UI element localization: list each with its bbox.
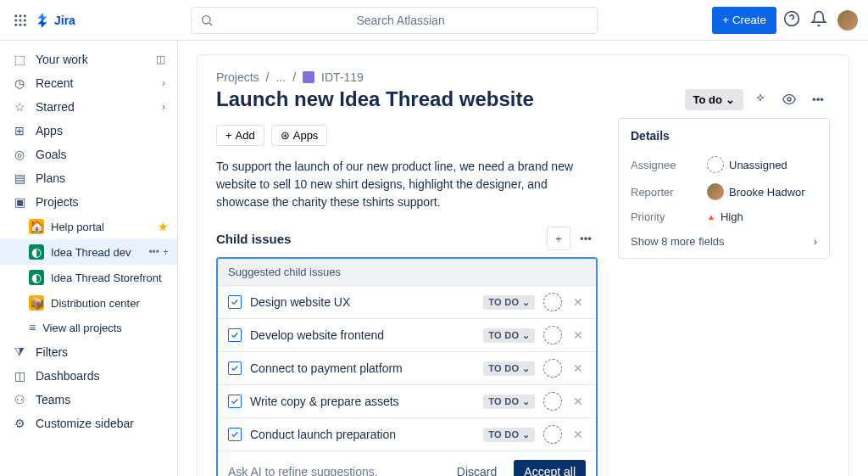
details-heading: Details (631, 129, 817, 143)
dismiss-icon[interactable]: ✕ (570, 427, 586, 442)
sidebar-your-work[interactable]: ⬚ Your work ◫ (0, 48, 177, 71)
status-badge[interactable]: TO DO ⌄ (483, 361, 535, 376)
project-name: Idea Thread Storefront (51, 272, 169, 284)
dismiss-icon[interactable]: ✕ (570, 394, 586, 409)
breadcrumb-parent[interactable]: ... (275, 70, 286, 84)
sliders-icon: ⚙ (12, 417, 27, 430)
plus-icon[interactable]: + (163, 246, 169, 258)
assignee-placeholder[interactable] (543, 359, 562, 378)
sidebar-filters[interactable]: ⧩ Filters (0, 339, 177, 364)
search-input[interactable]: Search Atlassian (191, 7, 598, 34)
status-label: To do (693, 93, 722, 106)
topbar: Jira Search Atlassian + Create (0, 0, 868, 41)
create-button[interactable]: + Create (712, 7, 776, 34)
status-dropdown[interactable]: To do ⌄ (685, 89, 743, 110)
app-switcher-icon[interactable] (10, 10, 31, 31)
search-icon (200, 14, 214, 27)
child-issues-heading: Child issues (216, 232, 291, 246)
child-issue-title: Connect to payment platform (250, 361, 475, 375)
watch-button[interactable] (777, 87, 801, 111)
filter-icon: ⧩ (12, 344, 27, 359)
sidebar-plans[interactable]: ▤ Plans (0, 166, 177, 190)
add-child-button[interactable]: + (547, 227, 570, 250)
checkbox-icon (228, 295, 242, 309)
project-icon: 📦 (29, 295, 44, 311)
reporter-field[interactable]: Reporter Brooke Hadwor (631, 178, 817, 205)
sidebar-goals[interactable]: ◎ Goals (0, 143, 177, 166)
jira-logo[interactable]: Jira (36, 13, 75, 28)
issue-description[interactable]: To support the launch of our new product… (216, 158, 598, 211)
dismiss-icon[interactable]: ✕ (570, 328, 586, 343)
breadcrumb-issue-key[interactable]: IDT-119 (321, 70, 364, 84)
star-filled-icon[interactable]: ★ (158, 220, 169, 233)
view-all-projects[interactable]: ≡ View all projects (0, 316, 177, 339)
sidebar-teams[interactable]: ⚇ Teams (0, 388, 177, 412)
ai-sparkle-button[interactable] (748, 87, 772, 111)
project-idea-thread-dev[interactable]: ◐ Idea Thread dev ••• + (0, 239, 177, 265)
status-badge[interactable]: TO DO ⌄ (483, 428, 535, 442)
sidebar-label: Starred (36, 100, 153, 114)
field-value: Brooke Hadwor (729, 186, 805, 199)
dismiss-icon[interactable]: ✕ (570, 294, 586, 310)
svg-point-13 (787, 98, 791, 101)
add-button[interactable]: + Add (216, 125, 264, 146)
discard-button[interactable]: Discard (448, 460, 505, 476)
dismiss-icon[interactable]: ✕ (570, 361, 586, 376)
assignee-placeholder[interactable] (543, 326, 562, 344)
child-more-button[interactable]: ••• (574, 227, 598, 250)
refine-input[interactable] (228, 465, 440, 476)
sidebar-recent[interactable]: ◷ Recent › (0, 71, 177, 95)
user-avatar[interactable] (837, 10, 858, 31)
svg-point-2 (24, 14, 26, 17)
child-issue-row[interactable]: Design website UX TO DO ⌄ ✕ (218, 285, 596, 318)
dashboard-icon: ◫ (12, 369, 27, 383)
title-actions: To do ⌄ ••• (685, 87, 830, 111)
unassigned-icon (707, 156, 724, 173)
checkbox-icon (228, 361, 242, 375)
sidebar-label: Your work (36, 53, 147, 66)
child-issue-row[interactable]: Conduct launch preparation TO DO ⌄ ✕ (218, 417, 596, 451)
child-issue-row[interactable]: Connect to payment platform TO DO ⌄ ✕ (218, 351, 596, 384)
sidebar-label: Projects (36, 195, 165, 209)
project-icon: ◐ (29, 270, 44, 285)
status-badge[interactable]: TO DO ⌄ (483, 395, 535, 409)
svg-point-3 (14, 19, 17, 21)
assignee-placeholder[interactable] (543, 392, 562, 411)
breadcrumb-projects[interactable]: Projects (216, 70, 259, 84)
sidebar-label: Filters (36, 345, 165, 359)
assignee-placeholder[interactable] (543, 425, 562, 444)
jira-logo-text: Jira (54, 14, 75, 27)
sidebar-customize[interactable]: ⚙ Customize sidebar (0, 412, 177, 435)
sidebar-dashboards[interactable]: ◫ Dashboards (0, 364, 177, 388)
more-actions-button[interactable]: ••• (806, 87, 830, 111)
field-label: Assignee (631, 159, 707, 171)
issue-title[interactable]: Launch new Idea Thread website (216, 87, 534, 111)
accept-all-button[interactable]: Accept all (514, 460, 586, 476)
status-badge[interactable]: TO DO ⌄ (483, 328, 535, 343)
project-icon: 🏠 (29, 219, 44, 234)
assignee-field[interactable]: Assignee Unassigned (631, 151, 817, 178)
priority-field[interactable]: Priority ▲High (631, 205, 817, 228)
project-idea-thread-storefront[interactable]: ◐ Idea Thread Storefront (0, 265, 177, 290)
apps-icon: ⊞ (12, 124, 27, 137)
child-issue-row[interactable]: Develop website frontend TO DO ⌄ ✕ (218, 318, 596, 351)
clock-icon: ◷ (12, 76, 27, 90)
project-help-portal[interactable]: 🏠 Help portal ★ (0, 214, 177, 239)
assignee-placeholder[interactable] (543, 293, 562, 311)
notifications-icon[interactable] (810, 10, 827, 30)
child-issue-row[interactable]: Write copy & prepare assets TO DO ⌄ ✕ (218, 384, 596, 417)
sidebar-starred[interactable]: ☆ Starred › (0, 95, 177, 119)
plus-icon: + (722, 14, 729, 26)
main: Projects / ... / IDT-119 Launch new Idea… (178, 41, 868, 476)
help-icon[interactable] (783, 10, 800, 30)
sidebar-apps[interactable]: ⊞ Apps (0, 119, 177, 143)
svg-point-4 (19, 19, 22, 21)
chevron-right-icon: › (162, 101, 165, 113)
show-more-fields[interactable]: Show 8 more fields › (631, 235, 817, 248)
apps-button[interactable]: ⊛ Apps (271, 125, 328, 146)
suggested-heading: Suggested child issues (218, 259, 596, 285)
project-distribution-center[interactable]: 📦 Distribution center (0, 290, 177, 316)
status-badge[interactable]: TO DO ⌄ (483, 295, 535, 310)
more-icon[interactable]: ••• (148, 246, 159, 258)
sidebar-projects[interactable]: ▣ Projects (0, 190, 177, 214)
